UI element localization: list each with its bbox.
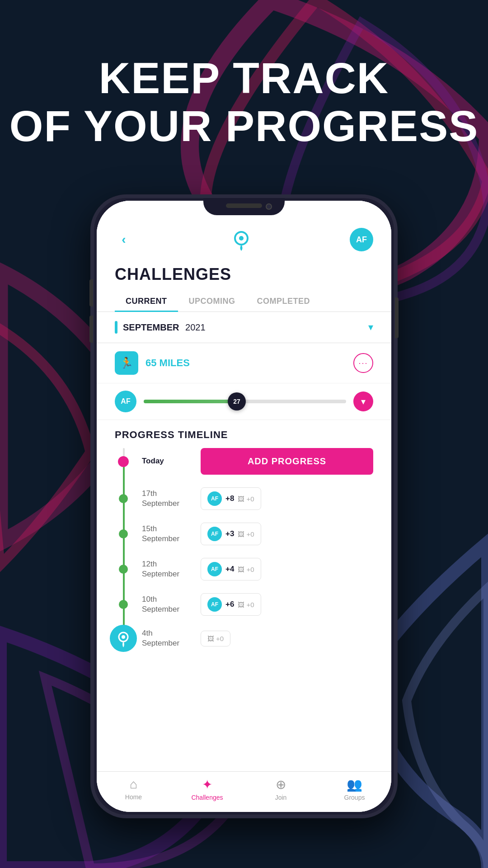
back-icon: ‹ [122, 232, 126, 247]
app-content: ‹ AF CHALLENGES CURRENT [97, 201, 391, 812]
tab-current[interactable]: CURRENT [115, 291, 178, 311]
nav-home-label: Home [125, 793, 142, 801]
progress-avatar: AF [115, 391, 136, 412]
groups-icon: 👥 [347, 777, 362, 792]
challenges-icon: ✦ [202, 777, 212, 792]
more-options-button[interactable]: ··· [353, 353, 373, 373]
slider-fill [144, 400, 241, 403]
timeline-dot-sept15 [119, 529, 128, 538]
progress-slider-row: AF 27 ▾ [97, 383, 391, 420]
phone-mockup: ‹ AF CHALLENGES CURRENT [90, 194, 398, 818]
front-camera [266, 203, 272, 210]
progress-entry-sept15[interactable]: AF +3 🖼 +0 [201, 523, 261, 545]
power-button [395, 297, 399, 338]
image-icon: 🖼 [238, 495, 244, 503]
date-sept10: 10th September [142, 594, 192, 614]
timeline-dot-sept17 [119, 494, 128, 503]
timeline-dot-sept10 [119, 600, 128, 609]
hero-title: KEEP TRACK OF YOUR PROGRESS [0, 54, 488, 150]
phone-screen: ‹ AF CHALLENGES CURRENT [97, 201, 391, 812]
nav-challenges[interactable]: ✦ Challenges [170, 777, 244, 801]
bottom-navigation: ⌂ Home ✦ Challenges ⊕ Join 👥 Groups [97, 771, 391, 812]
page-title: CHALLENGES [97, 260, 391, 284]
today-label: Today [142, 456, 192, 466]
timeline-item-sept10: 10th September AF +6 🖼 +0 [142, 593, 373, 616]
speaker [226, 203, 262, 208]
date-sept15: 15th September [142, 524, 192, 544]
volume-button [89, 279, 93, 307]
timeline-item-sept12: 12th September AF +4 🖼 +0 [142, 558, 373, 580]
date-sept12: 12th September [142, 559, 192, 579]
hero-section: KEEP TRACK OF YOUR PROGRESS [0, 54, 488, 150]
entry-avatar: AF [207, 527, 222, 541]
entry-value: +4 [225, 565, 234, 574]
challenge-icon: 🏃 [115, 351, 138, 375]
chevron-down-icon: ▾ [368, 321, 373, 333]
nav-join-label: Join [275, 794, 287, 801]
back-button[interactable]: ‹ [115, 231, 133, 249]
timeline-dot-today [118, 456, 129, 467]
entry-images: 🖼 +0 [207, 635, 224, 642]
entry-value: +8 [225, 494, 234, 503]
nav-groups[interactable]: 👥 Groups [318, 777, 391, 801]
progress-entry-sept17[interactable]: AF +8 🖼 +0 [201, 487, 261, 510]
hero-line1: KEEP TRACK [99, 54, 389, 102]
challenge-row: 🏃 65 MILES ··· [97, 343, 391, 383]
timeline-dot-sept12 [119, 565, 128, 574]
timeline-list: Today ADD PROGRESS 17th September AF [115, 448, 373, 648]
phone-notch [203, 198, 285, 215]
entry-avatar: AF [207, 597, 222, 612]
date-sept17: 17th September [142, 489, 192, 509]
avatar-initials: AF [356, 235, 367, 245]
slider-thumb: 27 [228, 392, 246, 410]
image-icon: 🖼 [238, 530, 244, 538]
timeline-item-sept15: 15th September AF +3 🖼 +0 [142, 523, 373, 545]
nav-join[interactable]: ⊕ Join [244, 777, 318, 801]
timeline-line-fill [123, 462, 125, 648]
user-avatar[interactable]: AF [350, 228, 373, 251]
nav-home[interactable]: ⌂ Home [97, 777, 170, 801]
chevron-down-icon: ▾ [361, 396, 366, 407]
nav-groups-label: Groups [344, 794, 365, 801]
timeline-section: PROGRESS TIMELINE Today ADD PROGRESS [97, 420, 391, 771]
entry-images: 🖼 +0 [238, 495, 254, 503]
volume-button-2 [89, 316, 93, 343]
progress-entry-sept4[interactable]: 🖼 +0 [201, 631, 230, 646]
month-year: 2021 [185, 322, 206, 332]
entry-avatar: AF [207, 562, 222, 576]
home-icon: ⌂ [130, 777, 137, 792]
hero-line2: OF YOUR PROGRESS [9, 102, 479, 150]
timeline-title: PROGRESS TIMELINE [115, 429, 373, 441]
tab-completed[interactable]: COMPLETED [246, 291, 321, 311]
svg-point-2 [239, 236, 244, 241]
entry-images: 🖼 +0 [238, 601, 254, 609]
entry-avatar: AF [207, 491, 222, 506]
progress-entry-sept12[interactable]: AF +4 🖼 +0 [201, 558, 261, 580]
month-indicator [115, 321, 117, 334]
image-icon: 🖼 [238, 601, 244, 609]
timeline-item-sept4: 4th September 🖼 +0 [142, 628, 373, 648]
app-logo [230, 228, 253, 251]
expand-button[interactable]: ▾ [353, 392, 373, 411]
month-selector[interactable]: SEPTEMBER 2021 ▾ [97, 312, 391, 343]
entry-images: 🖼 +0 [238, 566, 254, 573]
progress-slider[interactable]: 27 [144, 398, 346, 405]
entry-value: +6 [225, 600, 234, 609]
phone-frame: ‹ AF CHALLENGES CURRENT [90, 194, 398, 818]
tab-bar: CURRENT UPCOMING COMPLETED [97, 291, 391, 312]
timeline-item-today: Today ADD PROGRESS [142, 448, 373, 475]
dots-icon: ··· [358, 359, 368, 368]
logo-icon [114, 629, 132, 647]
add-progress-button[interactable]: ADD PROGRESS [201, 448, 373, 475]
tab-upcoming[interactable]: UPCOMING [178, 291, 246, 311]
timeline-dot-logo [110, 625, 137, 652]
progress-entry-sept10[interactable]: AF +6 🖼 +0 [201, 593, 261, 616]
join-icon: ⊕ [276, 777, 286, 792]
month-name: SEPTEMBER [123, 322, 179, 332]
svg-point-4 [122, 635, 125, 639]
entry-images: 🖼 +0 [238, 530, 254, 538]
timeline-item-sept17: 17th September AF +8 🖼 +0 [142, 487, 373, 510]
date-sept4: 4th September [142, 628, 192, 648]
image-icon: 🖼 [238, 566, 244, 573]
image-icon: 🖼 [207, 635, 214, 642]
